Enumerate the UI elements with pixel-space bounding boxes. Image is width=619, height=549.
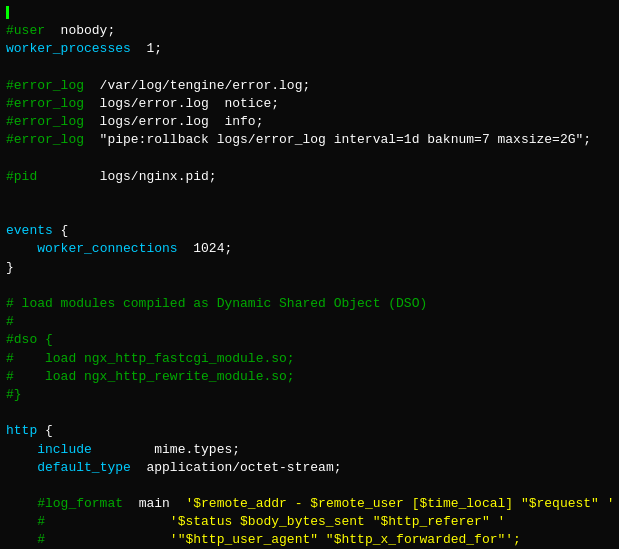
error-log-2: #error_log logs/error.log notice; xyxy=(6,95,613,113)
worker-processes-line: worker_processes 1; xyxy=(6,40,613,58)
log-format-1: #log_format main '$remote_addr - $remote… xyxy=(6,495,613,513)
dso-open: #dso { xyxy=(6,331,613,349)
error-log-3: #error_log logs/error.log info; xyxy=(6,113,613,131)
pid-line: #pid logs/nginx.pid; xyxy=(6,168,613,186)
blank-7 xyxy=(6,477,613,495)
dso-fastcgi: # load ngx_http_fastcgi_module.so; xyxy=(6,350,613,368)
code-editor: #user nobody; worker_processes 1; #error… xyxy=(0,0,619,549)
events-close: } xyxy=(6,259,613,277)
blank-3 xyxy=(6,186,613,204)
cursor-line xyxy=(6,4,613,22)
dso-rewrite: # load ngx_http_rewrite_module.so; xyxy=(6,368,613,386)
blank-2 xyxy=(6,150,613,168)
default-type-line: default_type application/octet-stream; xyxy=(6,459,613,477)
blank-4 xyxy=(6,204,613,222)
blank-5 xyxy=(6,277,613,295)
http-open: http { xyxy=(6,422,613,440)
log-format-2: # '$status $body_bytes_sent "$http_refer… xyxy=(6,513,613,531)
worker-connections: worker_connections 1024; xyxy=(6,240,613,258)
dso-comment-1: # load modules compiled as Dynamic Share… xyxy=(6,295,613,313)
error-log-4: #error_log "pipe:rollback logs/error_log… xyxy=(6,131,613,149)
events-open: events { xyxy=(6,222,613,240)
error-log-1: #error_log /var/log/tengine/error.log; xyxy=(6,77,613,95)
blank-6 xyxy=(6,404,613,422)
log-format-3: # '"$http_user_agent" "$http_x_forwarded… xyxy=(6,531,613,549)
dso-close: #} xyxy=(6,386,613,404)
include-line: include mime.types; xyxy=(6,441,613,459)
user-line: #user nobody; xyxy=(6,22,613,40)
blank-1 xyxy=(6,59,613,77)
dso-comment-2: # xyxy=(6,313,613,331)
